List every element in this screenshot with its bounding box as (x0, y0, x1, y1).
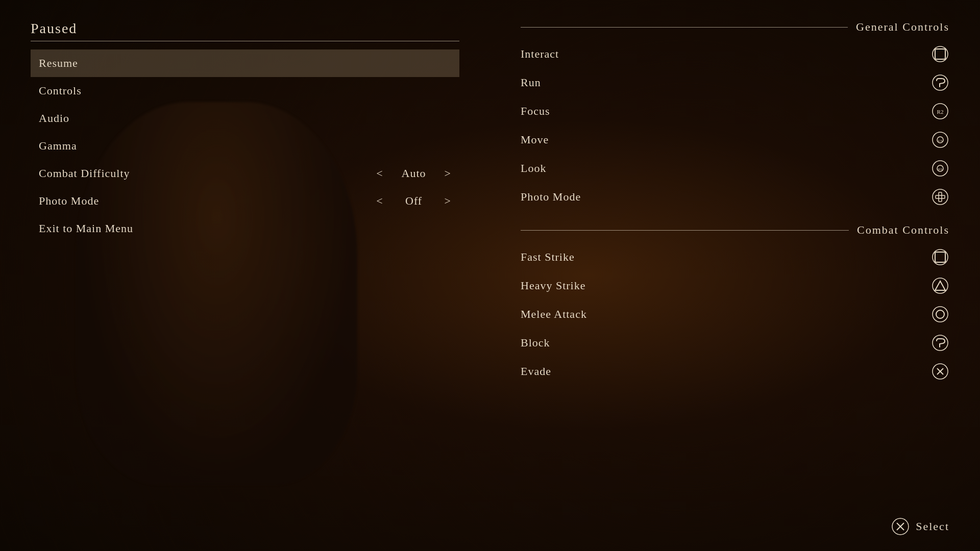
control-evade: Evade (521, 357, 949, 386)
photo-mode-right-arrow[interactable]: > (445, 194, 451, 208)
control-run: Run (521, 68, 949, 97)
select-label: Select (916, 520, 949, 533)
select-icon (891, 517, 910, 536)
circle-icon (931, 305, 949, 323)
photo-mode-selector: < Off > (376, 194, 451, 208)
control-interact: Interact (521, 40, 949, 68)
svg-rect-0 (935, 49, 945, 59)
left-panel: Paused Resume Controls Audio Gamma Comba… (0, 0, 490, 551)
svg-text:RS: RS (938, 167, 943, 171)
svg-rect-13 (936, 195, 945, 198)
menu-item-audio[interactable]: Audio (31, 105, 459, 132)
control-block: Block (521, 329, 949, 357)
difficulty-selector: < Auto > (376, 167, 451, 180)
photo-mode-left-arrow[interactable]: < (376, 194, 383, 208)
menu-item-controls[interactable]: Controls (31, 77, 459, 105)
svg-point-11 (933, 189, 948, 205)
ls-icon: LS (931, 131, 949, 149)
cross-icon (931, 362, 949, 381)
svg-rect-14 (935, 252, 945, 262)
combat-controls-list: Fast Strike Heavy Strike (521, 243, 949, 386)
svg-point-18 (933, 307, 948, 322)
top-divider (31, 41, 459, 41)
menu-item-resume[interactable]: Resume (31, 49, 459, 77)
l1-combat-icon (931, 334, 949, 352)
control-melee-attack: Melee Attack (521, 300, 949, 329)
svg-text:LS: LS (938, 139, 942, 143)
l1-icon (931, 73, 949, 92)
svg-marker-17 (935, 281, 945, 290)
general-controls-list: Interact Run (521, 40, 949, 211)
bottom-bar: Select (891, 517, 949, 536)
r2-icon: R2 (931, 102, 949, 120)
control-fast-strike: Fast Strike (521, 243, 949, 271)
svg-text:R2: R2 (937, 109, 944, 115)
square-icon (931, 45, 949, 63)
menu-item-photo-mode[interactable]: Photo Mode < Off > (31, 187, 459, 215)
combat-controls-header: Combat Controls (521, 223, 949, 237)
difficulty-left-arrow[interactable]: < (376, 167, 383, 180)
square-combat-icon (931, 248, 949, 266)
combat-controls-title: Combat Controls (849, 223, 949, 237)
svg-point-20 (933, 335, 948, 350)
general-divider (521, 27, 848, 28)
paused-title: Paused (31, 20, 459, 37)
control-photo-mode: Photo Mode (521, 183, 949, 211)
control-focus: Focus R2 (521, 97, 949, 126)
menu-item-combat-difficulty[interactable]: Combat Difficulty < Auto > (31, 160, 459, 187)
control-heavy-strike: Heavy Strike (521, 271, 949, 300)
menu-item-exit[interactable]: Exit to Main Menu (31, 215, 459, 242)
general-controls-header: General Controls (521, 20, 949, 34)
general-controls-title: General Controls (848, 20, 949, 34)
svg-point-2 (933, 75, 948, 90)
right-panel: General Controls Interact Run (490, 0, 980, 551)
rs-icon: RS (931, 159, 949, 178)
svg-rect-12 (939, 192, 942, 202)
svg-point-19 (936, 310, 944, 318)
difficulty-right-arrow[interactable]: > (445, 167, 451, 180)
menu-item-gamma[interactable]: Gamma (31, 132, 459, 160)
photo-mode-value: Off (394, 194, 434, 208)
combat-divider (521, 230, 849, 231)
main-overlay: Paused Resume Controls Audio Gamma Comba… (0, 0, 980, 551)
dpad-icon (931, 188, 949, 206)
difficulty-value: Auto (394, 167, 434, 180)
control-move: Move LS (521, 126, 949, 154)
menu-list: Resume Controls Audio Gamma Combat Diffi… (31, 49, 459, 242)
triangle-icon (931, 277, 949, 295)
control-look: Look RS (521, 154, 949, 183)
